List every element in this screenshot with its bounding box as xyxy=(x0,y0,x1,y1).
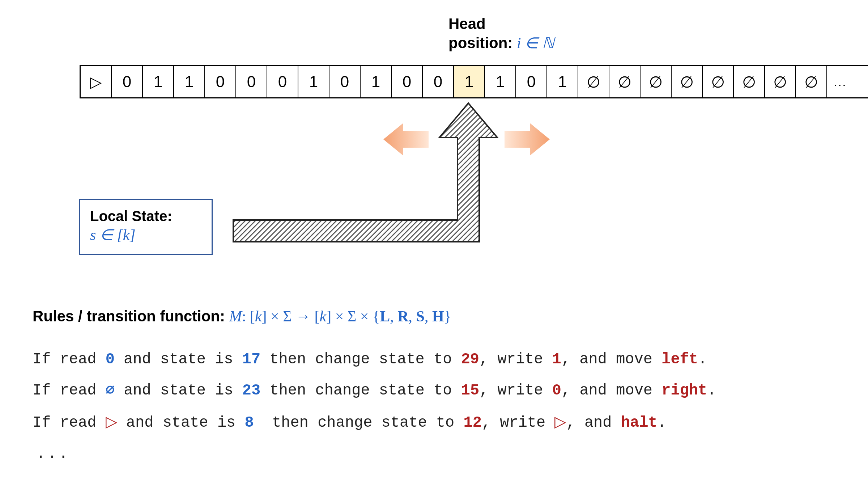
local-state-math: s ∈ [k] xyxy=(90,226,201,244)
rules-heading-math: M: [k] × Σ → [k] × Σ × {L, R, S, H} xyxy=(229,308,451,325)
rules-heading-label: Rules / transition function: xyxy=(33,308,229,325)
rules-list: If read 0 and state is 17 then change st… xyxy=(33,344,846,469)
local-state-title: Local State: xyxy=(90,208,201,224)
move-left-arrow-icon xyxy=(383,123,429,156)
local-state-box: Local State: s ∈ [k] xyxy=(79,199,213,255)
move-right-arrow-icon xyxy=(505,123,550,156)
rules-heading: Rules / transition function: M: [k] × Σ … xyxy=(33,308,451,325)
rule-row: If read ▷ and state is 8 then change sta… xyxy=(33,406,846,438)
diagram-root: Head position: i ∈ ℕ ▷011000101001101∅∅∅… xyxy=(0,0,868,477)
rule-row: If read 0 and state is 17 then change st… xyxy=(33,344,846,375)
head-arm-shape xyxy=(233,103,497,242)
rules-ellipsis: ... xyxy=(33,438,846,469)
rule-row: If read ∅ and state is 23 then change st… xyxy=(33,375,846,406)
